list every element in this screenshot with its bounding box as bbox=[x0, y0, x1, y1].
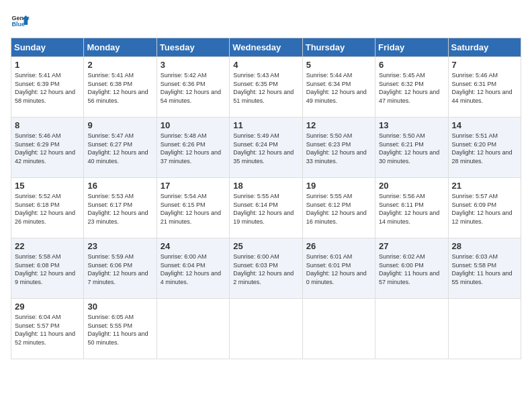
header-monday: Monday bbox=[84, 38, 157, 57]
cell-content: Sunrise: 6:04 AMSunset: 5:57 PMDaylight:… bbox=[15, 313, 80, 347]
table-row bbox=[375, 299, 448, 359]
table-row: 2Sunrise: 5:41 AMSunset: 6:38 PMDaylight… bbox=[84, 57, 157, 118]
table-row: 3Sunrise: 5:42 AMSunset: 6:36 PMDaylight… bbox=[157, 57, 229, 118]
day-number: 18 bbox=[233, 181, 298, 191]
day-number: 11 bbox=[233, 120, 298, 130]
table-row: 10Sunrise: 5:48 AMSunset: 6:26 PMDayligh… bbox=[157, 118, 229, 178]
table-row bbox=[302, 299, 375, 359]
cell-content: Sunrise: 5:59 AMSunset: 6:06 PMDaylight:… bbox=[87, 253, 152, 286]
cell-content: Sunrise: 5:55 AMSunset: 6:14 PMDaylight:… bbox=[233, 192, 298, 226]
table-row: 1Sunrise: 5:41 AMSunset: 6:39 PMDaylight… bbox=[11, 57, 84, 118]
cell-content: Sunrise: 5:44 AMSunset: 6:34 PMDaylight:… bbox=[306, 71, 371, 105]
calendar-week-row: 22Sunrise: 5:58 AMSunset: 6:08 PMDayligh… bbox=[11, 238, 521, 299]
cell-content: Sunrise: 5:45 AMSunset: 6:32 PMDaylight:… bbox=[379, 71, 444, 105]
cell-content: Sunrise: 5:58 AMSunset: 6:08 PMDaylight:… bbox=[15, 253, 80, 286]
day-number: 17 bbox=[161, 181, 226, 191]
day-number: 23 bbox=[87, 241, 152, 251]
table-row: 7Sunrise: 5:46 AMSunset: 6:31 PMDaylight… bbox=[448, 57, 521, 118]
cell-content: Sunrise: 6:01 AMSunset: 6:01 PMDaylight:… bbox=[306, 253, 371, 286]
cell-content: Sunrise: 6:05 AMSunset: 5:55 PMDaylight:… bbox=[87, 313, 152, 347]
calendar-week-row: 8Sunrise: 5:46 AMSunset: 6:29 PMDaylight… bbox=[11, 118, 521, 178]
table-row: 22Sunrise: 5:58 AMSunset: 6:08 PMDayligh… bbox=[11, 238, 84, 299]
cell-content: Sunrise: 5:48 AMSunset: 6:26 PMDaylight:… bbox=[161, 132, 226, 165]
cell-content: Sunrise: 5:54 AMSunset: 6:15 PMDaylight:… bbox=[161, 192, 226, 226]
calendar-week-row: 29Sunrise: 6:04 AMSunset: 5:57 PMDayligh… bbox=[11, 299, 521, 359]
day-number: 3 bbox=[161, 60, 226, 70]
cell-content: Sunrise: 6:02 AMSunset: 6:00 PMDaylight:… bbox=[379, 253, 444, 286]
table-row: 6Sunrise: 5:45 AMSunset: 6:32 PMDaylight… bbox=[375, 57, 448, 118]
cell-content: Sunrise: 6:00 AMSunset: 6:04 PMDaylight:… bbox=[161, 253, 226, 286]
header-saturday: Saturday bbox=[448, 38, 521, 57]
table-row: 25Sunrise: 6:00 AMSunset: 6:03 PMDayligh… bbox=[230, 238, 302, 299]
header-friday: Friday bbox=[375, 38, 448, 57]
table-row: 18Sunrise: 5:55 AMSunset: 6:14 PMDayligh… bbox=[230, 178, 302, 238]
table-row: 4Sunrise: 5:43 AMSunset: 6:35 PMDaylight… bbox=[230, 57, 302, 118]
cell-content: Sunrise: 5:46 AMSunset: 6:29 PMDaylight:… bbox=[15, 132, 80, 165]
table-row: 8Sunrise: 5:46 AMSunset: 6:29 PMDaylight… bbox=[11, 118, 84, 178]
day-number: 14 bbox=[452, 120, 517, 130]
header-thursday: Thursday bbox=[302, 38, 375, 57]
calendar-table: Sunday Monday Tuesday Wednesday Thursday… bbox=[11, 38, 521, 359]
cell-content: Sunrise: 5:42 AMSunset: 6:36 PMDaylight:… bbox=[161, 71, 226, 105]
day-number: 16 bbox=[87, 181, 152, 191]
table-row: 9Sunrise: 5:47 AMSunset: 6:27 PMDaylight… bbox=[84, 118, 157, 178]
day-number: 20 bbox=[379, 181, 444, 191]
calendar-week-row: 1Sunrise: 5:41 AMSunset: 6:39 PMDaylight… bbox=[11, 57, 521, 118]
cell-content: Sunrise: 5:41 AMSunset: 6:38 PMDaylight:… bbox=[87, 71, 152, 105]
day-number: 8 bbox=[15, 120, 80, 130]
day-number: 27 bbox=[379, 241, 444, 251]
cell-content: Sunrise: 5:51 AMSunset: 6:20 PMDaylight:… bbox=[452, 132, 517, 165]
table-row: 12Sunrise: 5:50 AMSunset: 6:23 PMDayligh… bbox=[302, 118, 375, 178]
table-row: 27Sunrise: 6:02 AMSunset: 6:00 PMDayligh… bbox=[375, 238, 448, 299]
day-number: 9 bbox=[87, 120, 152, 130]
table-row: 16Sunrise: 5:53 AMSunset: 6:17 PMDayligh… bbox=[84, 178, 157, 238]
table-row: 13Sunrise: 5:50 AMSunset: 6:21 PMDayligh… bbox=[375, 118, 448, 178]
table-row: 14Sunrise: 5:51 AMSunset: 6:20 PMDayligh… bbox=[448, 118, 521, 178]
day-number: 7 bbox=[452, 60, 517, 70]
table-row: 29Sunrise: 6:04 AMSunset: 5:57 PMDayligh… bbox=[11, 299, 84, 359]
svg-text:Blue: Blue bbox=[11, 21, 25, 28]
table-row bbox=[230, 299, 302, 359]
day-number: 13 bbox=[379, 120, 444, 130]
day-number: 6 bbox=[379, 60, 444, 70]
table-row: 20Sunrise: 5:56 AMSunset: 6:11 PMDayligh… bbox=[375, 178, 448, 238]
cell-content: Sunrise: 5:46 AMSunset: 6:31 PMDaylight:… bbox=[452, 71, 517, 105]
table-row: 21Sunrise: 5:57 AMSunset: 6:09 PMDayligh… bbox=[448, 178, 521, 238]
table-row: 28Sunrise: 6:03 AMSunset: 5:58 PMDayligh… bbox=[448, 238, 521, 299]
cell-content: Sunrise: 5:53 AMSunset: 6:17 PMDaylight:… bbox=[87, 192, 152, 226]
day-number: 30 bbox=[87, 302, 152, 312]
header-sunday: Sunday bbox=[11, 38, 84, 57]
cell-content: Sunrise: 5:55 AMSunset: 6:12 PMDaylight:… bbox=[306, 192, 371, 226]
table-row: 26Sunrise: 6:01 AMSunset: 6:01 PMDayligh… bbox=[302, 238, 375, 299]
cell-content: Sunrise: 5:56 AMSunset: 6:11 PMDaylight:… bbox=[379, 192, 444, 226]
table-row: 23Sunrise: 5:59 AMSunset: 6:06 PMDayligh… bbox=[84, 238, 157, 299]
table-row: 17Sunrise: 5:54 AMSunset: 6:15 PMDayligh… bbox=[157, 178, 229, 238]
cell-content: Sunrise: 6:00 AMSunset: 6:03 PMDaylight:… bbox=[233, 253, 298, 286]
header-wednesday: Wednesday bbox=[230, 38, 302, 57]
day-number: 12 bbox=[306, 120, 371, 130]
day-number: 15 bbox=[15, 181, 80, 191]
day-number: 19 bbox=[306, 181, 371, 191]
cell-content: Sunrise: 5:50 AMSunset: 6:21 PMDaylight:… bbox=[379, 132, 444, 165]
day-number: 4 bbox=[233, 60, 298, 70]
cell-content: Sunrise: 5:52 AMSunset: 6:18 PMDaylight:… bbox=[15, 192, 80, 226]
logo-icon: General Blue bbox=[11, 11, 30, 30]
cell-content: Sunrise: 5:49 AMSunset: 6:24 PMDaylight:… bbox=[233, 132, 298, 165]
day-number: 1 bbox=[15, 60, 80, 70]
cell-content: Sunrise: 5:47 AMSunset: 6:27 PMDaylight:… bbox=[87, 132, 152, 165]
day-number: 10 bbox=[161, 120, 226, 130]
table-row: 11Sunrise: 5:49 AMSunset: 6:24 PMDayligh… bbox=[230, 118, 302, 178]
cell-content: Sunrise: 5:43 AMSunset: 6:35 PMDaylight:… bbox=[233, 71, 298, 105]
page-header: General Blue bbox=[11, 11, 521, 30]
cell-content: Sunrise: 5:57 AMSunset: 6:09 PMDaylight:… bbox=[452, 192, 517, 226]
cell-content: Sunrise: 5:50 AMSunset: 6:23 PMDaylight:… bbox=[306, 132, 371, 165]
weekday-header-row: Sunday Monday Tuesday Wednesday Thursday… bbox=[11, 38, 521, 57]
day-number: 28 bbox=[452, 241, 517, 251]
table-row: 5Sunrise: 5:44 AMSunset: 6:34 PMDaylight… bbox=[302, 57, 375, 118]
table-row: 15Sunrise: 5:52 AMSunset: 6:18 PMDayligh… bbox=[11, 178, 84, 238]
table-row: 19Sunrise: 5:55 AMSunset: 6:12 PMDayligh… bbox=[302, 178, 375, 238]
calendar-week-row: 15Sunrise: 5:52 AMSunset: 6:18 PMDayligh… bbox=[11, 178, 521, 238]
day-number: 24 bbox=[161, 241, 226, 251]
table-row bbox=[448, 299, 521, 359]
day-number: 25 bbox=[233, 241, 298, 251]
